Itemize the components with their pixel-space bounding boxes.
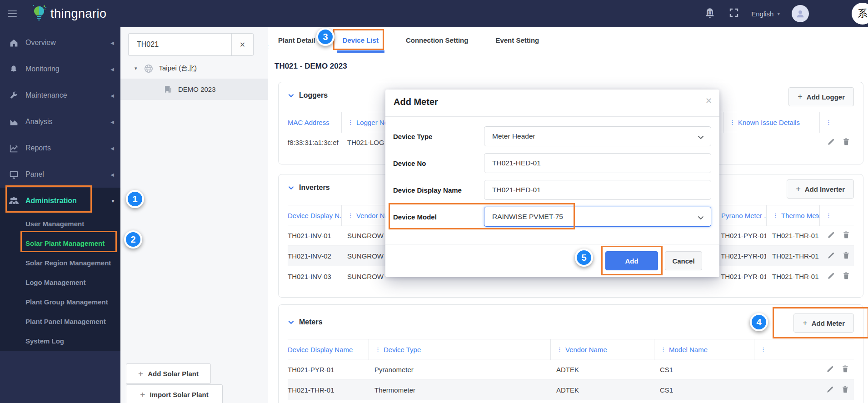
plus-icon: + (796, 184, 801, 194)
sidebar-subitem-logo-management[interactable]: Logo Management (25, 273, 120, 292)
device-no-input[interactable]: TH021-HED-01 (484, 153, 711, 173)
device-display-name-input[interactable]: TH021-HED-01 (484, 180, 711, 200)
edit-pencil-icon[interactable] (827, 272, 835, 281)
language-selector[interactable]: English ▾ (751, 10, 780, 18)
sidebar-subitem-solar-plant-management[interactable]: Solar Plant Management (25, 234, 120, 253)
edit-pencil-icon[interactable] (827, 138, 835, 147)
select-value: Meter Header (492, 132, 535, 140)
button-label: Add Meter (812, 319, 845, 327)
import-solar-plant-button[interactable]: + Import Solar Plant (126, 384, 223, 403)
sort-icon: ⋮ (773, 212, 778, 219)
col-header-thermo-meter[interactable]: ⋮Thermo Mete... (766, 205, 819, 226)
col-header-device-type[interactable]: ⋮Device Type (369, 339, 550, 360)
users-icon (8, 196, 19, 205)
device-type-select[interactable]: Meter Header (484, 126, 711, 146)
sidebar-subitem-system-log[interactable]: System Log (25, 331, 120, 351)
tab-device-list[interactable]: Device List (343, 27, 379, 53)
add-meter-button[interactable]: + Add Meter (793, 313, 854, 333)
cell-device-type: Thermometer (369, 386, 550, 394)
delete-trash-icon[interactable] (841, 365, 849, 374)
cell-vendor-name: ADTEK (550, 386, 654, 394)
add-logger-button[interactable]: + Add Logger (788, 87, 854, 106)
col-header-actions[interactable]: ⋮ (819, 205, 855, 226)
cell-device-display-name: TH021-INV-03 (288, 273, 341, 280)
col-header-device-display-name[interactable]: Device Display Name (288, 339, 369, 360)
hamburger-menu-icon[interactable] (8, 9, 17, 19)
sidebar-item-monitoring[interactable]: Monitoring ◀ (0, 56, 120, 82)
subitem-label: Solar Plant Management (25, 239, 105, 247)
button-label: Add Solar Plant (148, 370, 199, 378)
plant-search-input[interactable] (129, 34, 231, 55)
subitem-label: User Management (25, 220, 84, 228)
tree-expand-caret-icon[interactable]: ▾ (135, 65, 137, 71)
delete-trash-icon[interactable] (842, 138, 850, 147)
notifications-bell-icon[interactable]: 11 (703, 7, 717, 20)
sidebar-item-administration[interactable]: Administration ▾ (0, 188, 120, 214)
cell-pyrano-meter: TH021-PYR-01 (715, 252, 766, 260)
wrench-icon (8, 91, 19, 100)
delete-trash-icon[interactable] (842, 231, 850, 240)
cell-model-name: CS1 (654, 386, 754, 394)
delete-trash-icon[interactable] (842, 272, 850, 281)
tab-plant-detail[interactable]: Plant Detail (278, 27, 315, 53)
cell-device-display-name: TH021-INV-01 (288, 232, 341, 239)
add-solar-plant-button[interactable]: + Add Solar Plant (126, 363, 211, 384)
meters-section-toggle[interactable]: Meters (288, 318, 323, 326)
col-header-vendor-name[interactable]: ⋮Vendor Name (550, 339, 654, 360)
search-clear-icon[interactable]: ✕ (231, 34, 253, 55)
user-avatar[interactable] (792, 5, 809, 22)
bell-icon (8, 65, 19, 74)
top-navbar: thingnario 11 English ▾ (0, 0, 868, 27)
delete-trash-icon[interactable] (841, 385, 849, 395)
sidebar-subitem-plant-group-management[interactable]: Plant Group Management (25, 292, 120, 312)
modal-close-icon[interactable]: ✕ (705, 96, 712, 106)
col-header-model-name[interactable]: ⋮Model Name (654, 339, 754, 360)
tab-bar: Plant Detail Device List Connection Sett… (268, 27, 868, 53)
section-title: Inverters (299, 184, 330, 192)
col-header-known-issue-details[interactable]: ⋮Known Issue Details (723, 112, 819, 133)
building-icon (164, 85, 172, 94)
home-icon (8, 38, 19, 48)
sidebar-subitem-user-management[interactable]: User Management (25, 214, 120, 234)
col-header-pyrano-meter[interactable]: Pyrano Meter ... (715, 205, 766, 226)
sidebar-item-label: Analysis (25, 118, 53, 126)
sort-icon: ⋮ (826, 119, 831, 126)
fullscreen-icon[interactable] (728, 7, 739, 20)
add-inverter-button[interactable]: + Add Inverter (787, 179, 854, 199)
subitem-label: Plant Group Management (25, 298, 108, 306)
tree-node-plant-selected[interactable]: DEMO 2023 (120, 79, 268, 100)
col-header-actions[interactable]: ⋮ (819, 112, 855, 133)
edit-pencil-icon[interactable] (826, 385, 834, 395)
tab-event-setting[interactable]: Event Setting (495, 27, 539, 53)
device-model-select[interactable]: RAINWISE PVMET-75 (484, 207, 711, 227)
sidebar-item-maintenance[interactable]: Maintenance ◀ (0, 82, 120, 109)
edit-pencil-icon[interactable] (827, 251, 835, 261)
col-header-actions[interactable]: ⋮ (754, 339, 854, 360)
sidebar-subitem-solar-region-management[interactable]: Solar Region Management (25, 253, 120, 273)
sidebar-item-overview[interactable]: Overview ◀ (0, 30, 120, 56)
sidebar-subitem-plant-panel-management[interactable]: Plant Panel Management (25, 312, 120, 331)
col-header-device-display-name[interactable]: Device Display N... (288, 205, 341, 226)
chevron-down-icon (698, 214, 704, 222)
subitem-label: System Log (25, 337, 64, 345)
tab-connection-setting[interactable]: Connection Setting (406, 27, 469, 53)
sidebar-item-analysis[interactable]: Analysis ◀ (0, 109, 120, 135)
meter-table-row: TH021-PYR-01 Pyranometer ADTEK CS1 (288, 359, 854, 380)
col-header-mac-address[interactable]: MAC Address (288, 112, 341, 133)
modal-add-button[interactable]: Add (605, 251, 658, 270)
edit-pencil-icon[interactable] (826, 365, 834, 374)
sidebar-item-panel[interactable]: Panel ◀ (0, 161, 120, 188)
subitem-label: Logo Management (25, 279, 86, 286)
modal-cancel-button[interactable]: Cancel (665, 251, 702, 270)
tree-node-region[interactable]: ▾ Taipei (台北) (120, 58, 268, 79)
loggers-section-toggle[interactable]: Loggers (288, 91, 328, 100)
plant-search-box: ✕ (128, 33, 254, 56)
inverters-section-toggle[interactable]: Inverters (288, 184, 330, 192)
caret-left-icon: ◀ (110, 67, 114, 72)
cell-device-display-name: TH021-THR-01 (288, 386, 369, 394)
subitem-label: Solar Region Management (25, 259, 111, 267)
edit-pencil-icon[interactable] (827, 231, 835, 240)
sidebar-item-reports[interactable]: Reports ◀ (0, 135, 120, 161)
delete-trash-icon[interactable] (842, 251, 850, 261)
caret-down-icon: ▾ (112, 199, 114, 204)
